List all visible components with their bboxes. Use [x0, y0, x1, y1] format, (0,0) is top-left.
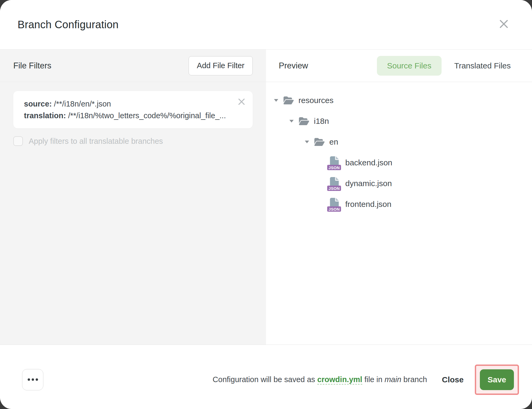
tree-row-file-dynamic[interactable]: JSON dynamic.json: [266, 173, 532, 194]
folder-open-icon: [314, 137, 325, 146]
remove-filter-button[interactable]: [237, 97, 246, 107]
tree-label: i18n: [314, 117, 329, 126]
folder-open-icon: [283, 96, 294, 105]
filter-translation-value: /**/i18n/%two_letters_code%/%original_fi…: [66, 111, 226, 120]
preview-header: Preview Source Files Translated Files: [266, 50, 532, 82]
apply-filters-checkbox[interactable]: [13, 136, 23, 146]
json-badge: JSON: [327, 186, 341, 191]
tree-label: resources: [298, 96, 334, 105]
file-icon: JSON: [329, 177, 339, 190]
filter-translation-line: translation: /**/i18n/%two_letters_code%…: [24, 110, 229, 121]
tree-row-folder-i18n[interactable]: i18n: [266, 111, 532, 132]
tree-row-file-frontend[interactable]: JSON frontend.json: [266, 194, 532, 215]
modal-body: File Filters Add File Filter source: /**…: [0, 50, 532, 345]
file-icon: JSON: [329, 156, 339, 169]
modal-title: Branch Configuration: [18, 19, 119, 31]
ellipsis-icon: [28, 378, 38, 381]
chevron-down-icon[interactable]: [289, 120, 294, 122]
file-filter-card[interactable]: source: /**/i18n/en/*.json translation: …: [13, 91, 253, 128]
tree-label: dynamic.json: [345, 179, 392, 188]
chevron-down-icon[interactable]: [305, 141, 309, 143]
folder-open-icon: [298, 117, 310, 126]
modal-header: Branch Configuration: [0, 0, 532, 50]
tab-source-files[interactable]: Source Files: [377, 56, 442, 76]
file-filters-panel: File Filters Add File Filter source: /**…: [0, 50, 266, 345]
modal-close-button[interactable]: [497, 18, 510, 30]
more-options-button[interactable]: [22, 369, 43, 390]
crowdin-yml-link[interactable]: crowdin.yml: [317, 375, 362, 385]
filter-source-line: source: /**/i18n/en/*.json: [24, 98, 229, 110]
modal-footer: Configuration will be saved as crowdin.y…: [0, 345, 532, 409]
save-button-highlight: Save: [475, 365, 519, 395]
apply-filters-row: Apply filters to all translatable branch…: [13, 136, 253, 146]
file-filters-title: File Filters: [13, 61, 51, 71]
note-middle: file in: [362, 375, 385, 384]
filter-source-key: source:: [24, 100, 52, 108]
preview-tabs: Source Files Translated Files: [377, 56, 511, 76]
file-tree: resources i18n en JSON: [266, 82, 532, 215]
note-prefix: Configuration will be saved as: [213, 375, 317, 384]
preview-title: Preview: [279, 61, 308, 71]
branch-configuration-modal: Branch Configuration File Filters Add Fi…: [0, 0, 532, 409]
chevron-down-icon[interactable]: [274, 99, 278, 102]
json-badge: JSON: [327, 165, 341, 170]
close-icon: [499, 19, 509, 29]
note-branch-name: main: [385, 375, 401, 384]
tree-row-file-backend[interactable]: JSON backend.json: [266, 152, 532, 173]
tree-label: frontend.json: [345, 200, 391, 209]
tab-translated-files[interactable]: Translated Files: [454, 61, 511, 70]
file-filters-content: source: /**/i18n/en/*.json translation: …: [0, 82, 266, 146]
filter-translation-key: translation:: [24, 111, 66, 120]
file-filters-header: File Filters Add File Filter: [0, 50, 266, 82]
close-icon: [238, 98, 245, 105]
apply-filters-label: Apply filters to all translatable branch…: [29, 137, 163, 146]
save-location-note: Configuration will be saved as crowdin.y…: [213, 375, 427, 384]
tree-label: en: [329, 137, 338, 146]
filter-source-value: /**/i18n/en/*.json: [52, 100, 111, 108]
close-button[interactable]: Close: [442, 375, 464, 384]
tree-row-folder-resources[interactable]: resources: [266, 90, 532, 111]
json-badge: JSON: [327, 206, 341, 212]
preview-panel: Preview Source Files Translated Files re…: [266, 50, 532, 345]
add-file-filter-button[interactable]: Add File Filter: [189, 56, 253, 75]
note-suffix: branch: [401, 375, 427, 384]
tree-row-folder-en[interactable]: en: [266, 132, 532, 152]
tree-label: backend.json: [345, 158, 392, 167]
save-button[interactable]: Save: [480, 369, 514, 390]
file-icon: JSON: [329, 198, 339, 211]
